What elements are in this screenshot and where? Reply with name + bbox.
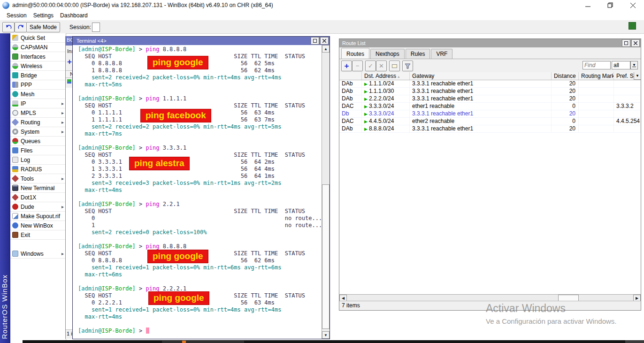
sidebar-item-files[interactable]: Files	[10, 146, 66, 155]
brand-strip: RouterOS WinBox	[0, 33, 10, 343]
sidebar-item-windows[interactable]: Windows▸	[10, 249, 66, 259]
route-list-maximize-button[interactable]	[622, 39, 630, 47]
menu-session[interactable]: Session	[7, 12, 27, 19]
sidebar-item-tools[interactable]: Tools▸	[10, 174, 66, 183]
tab-routes[interactable]: Routes	[341, 48, 369, 59]
sidebar-item-queues[interactable]: Queues	[10, 137, 66, 146]
taskbar-fragment[interactable]	[23, 340, 644, 343]
route-table-row[interactable]: Db▶3.3.3.0/243.3.3.1 reachable ether120	[339, 110, 641, 118]
sidebar-item-ip[interactable]: IP▸	[10, 99, 66, 108]
route-list-toolbar: + − ✓ ✕ all ▼	[339, 59, 641, 73]
tab-vrf[interactable]: VRF	[431, 49, 452, 59]
route-arrow-icon: ▶	[364, 82, 368, 86]
new-terminal-icon	[12, 185, 18, 191]
route-flags-cell: DAC	[339, 103, 362, 110]
sidebar-item-label: Mesh	[21, 91, 34, 98]
undo-button[interactable]	[2, 22, 15, 32]
route-dst-cell: ▶4.4.5.0/24	[362, 118, 410, 125]
terminal-line: [admin@ISP-Borde] > ping 1.1.1.1	[78, 95, 322, 102]
terminal-line: 2 3.3.3.1 56 64 1ms	[78, 173, 322, 180]
sidebar-item-make-supout-rif[interactable]: Make Supout.rif	[10, 212, 66, 221]
minimize-button[interactable]	[576, 0, 599, 10]
winbox-app: admin@50:00:00:04:00:00 (ISP-Borde) via …	[0, 0, 644, 343]
scroll-up-button[interactable]: ▲	[322, 45, 330, 53]
route-table-row[interactable]: DAb▶8.8.8.0/243.3.3.1 reachable ether120	[339, 125, 641, 133]
column-header-routing-mark[interactable]: Routing Mark	[579, 72, 614, 80]
terminal-line: [admin@ISP-Borde] > ping 8.8.8.8	[78, 243, 322, 250]
redo-button[interactable]	[15, 22, 27, 32]
terminal-content[interactable]: [admin@ISP-Borde] > ping 8.8.8.8 SEQ HOS…	[73, 45, 322, 339]
tools-icon	[12, 175, 19, 183]
dude-icon	[12, 204, 18, 210]
route-table-row[interactable]: DAb▶1.1.1.0/243.3.3.1 reachable ether120	[339, 80, 641, 88]
annotation-label: ping alestra	[129, 157, 190, 170]
route-arrow-icon: ▶	[364, 97, 368, 101]
comment-button[interactable]	[389, 61, 400, 71]
route-table-row[interactable]: DAb▶1.1.1.0/303.3.3.1 reachable ether120	[339, 88, 641, 95]
sidebar-item-system[interactable]: System▸	[10, 127, 66, 137]
session-input[interactable]	[92, 23, 100, 32]
column-header-dst-address[interactable]: Dst. Address▴	[362, 72, 410, 80]
route-table-row[interactable]: DAb▶2.2.2.0/243.3.3.1 reachable ether120	[339, 95, 641, 103]
find-input[interactable]	[583, 61, 611, 69]
column-header-flags[interactable]	[339, 72, 362, 80]
safe-mode-button[interactable]: Safe Mode	[26, 22, 60, 32]
enable-button[interactable]: ✓	[365, 61, 376, 71]
sidebar-item-interfaces[interactable]: Interfaces	[10, 52, 66, 61]
route-list-close-button[interactable]	[631, 39, 640, 47]
terminal-line: max-rtt=5ms	[78, 81, 322, 88]
sidebar-item-exit[interactable]: Exit	[10, 230, 66, 240]
column-header-gateway[interactable]: Gateway	[410, 72, 552, 80]
route-list-window: Route List RoutesNexthopsRulesVRF + − ✓ …	[339, 38, 641, 311]
route-mark-cell	[579, 88, 614, 95]
sidebar-item-mesh[interactable]: Mesh	[10, 90, 66, 99]
sidebar-item-dude[interactable]: Dude▸	[10, 202, 66, 212]
route-list-titlebar[interactable]: Route List	[339, 39, 641, 47]
remove-route-button[interactable]: −	[352, 61, 363, 71]
sidebar-item-capsman[interactable]: CAPsMAN	[10, 43, 66, 52]
taskbar-notification-icon	[182, 341, 186, 343]
scroll-down-button[interactable]: ▼	[322, 331, 330, 339]
route-table-row[interactable]: DAC▶4.4.5.0/24ether2 reachable04.4.5.254	[339, 118, 641, 125]
terminal-line: sent=2 received=2 packet-loss=0% min-rtt…	[78, 74, 322, 81]
header-options-button[interactable]: ▼	[634, 72, 641, 80]
sidebar-item-mpls[interactable]: MPLS▸	[10, 108, 66, 118]
sidebar-item-log[interactable]: Log	[10, 155, 66, 165]
main-toolbar: Safe Mode Session:	[0, 20, 644, 34]
route-dst-cell: ▶3.3.3.0/24	[362, 110, 410, 117]
disable-button[interactable]: ✕	[376, 61, 387, 71]
sidebar-item-radius[interactable]: RADIUS	[10, 165, 66, 174]
terminal-line: max-rtt=4ms	[78, 313, 322, 320]
close-button[interactable]	[621, 0, 644, 10]
terminal-close-button[interactable]	[320, 37, 329, 45]
sidebar-item-routing[interactable]: Routing▸	[10, 118, 66, 127]
tab-rules[interactable]: Rules	[406, 49, 430, 59]
tab-nexthops[interactable]: Nexthops	[370, 49, 405, 59]
sidebar-item-ppp[interactable]: PPP	[10, 80, 66, 90]
filter-dropdown-button[interactable]: ▼	[630, 61, 638, 69]
filter-select[interactable]: all	[612, 61, 630, 69]
route-table-row[interactable]: DAC▶3.3.3.0/24ether1 reachable03.3.3.2	[339, 103, 641, 110]
restore-button[interactable]	[599, 0, 621, 10]
sidebar-item-wireless[interactable]: Wireless	[10, 61, 66, 71]
terminal-scrollbar[interactable]: ▲ ▼	[322, 45, 330, 339]
route-mark-cell	[579, 118, 614, 125]
scroll-thumb[interactable]	[322, 184, 330, 329]
filter-button[interactable]	[402, 61, 413, 71]
terminal-title: Terminal <4>	[77, 38, 107, 44]
column-header-distance[interactable]: Distance	[552, 72, 579, 80]
sidebar-item-quick-set[interactable]: Quick Set	[10, 33, 66, 43]
route-pref-cell	[614, 110, 641, 117]
terminal-titlebar[interactable]: Terminal <4>	[73, 37, 330, 45]
terminal-line	[78, 88, 322, 95]
menu-settings[interactable]: Settings	[33, 12, 54, 19]
sidebar-item-bridge[interactable]: Bridge	[10, 71, 66, 80]
sidebar-item-new-terminal[interactable]: New Terminal	[10, 183, 66, 193]
menu-dashboard[interactable]: Dashboard	[60, 12, 88, 19]
sidebar-item-dot1x[interactable]: Dot1X	[10, 193, 66, 202]
add-route-button[interactable]: +	[341, 61, 352, 71]
route-list-title: Route List	[342, 40, 366, 46]
terminal-line	[78, 194, 322, 201]
terminal-maximize-button[interactable]	[311, 37, 319, 45]
sidebar-item-new-winbox[interactable]: New WinBox	[10, 221, 66, 230]
